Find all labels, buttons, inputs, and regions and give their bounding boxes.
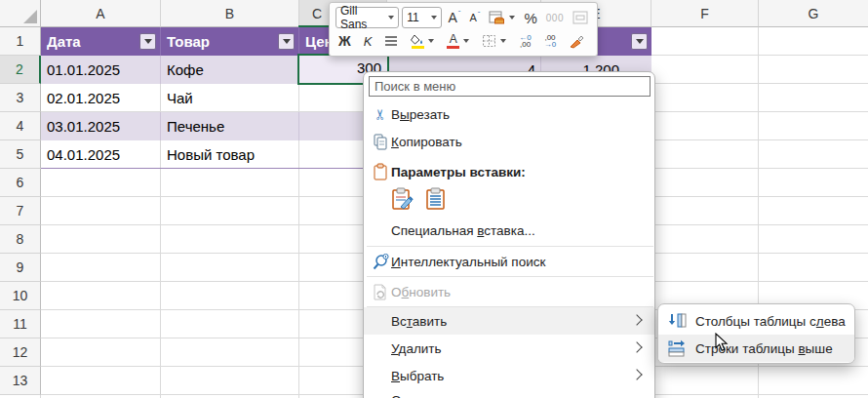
row-header-9[interactable]: 9 [0,254,41,282]
smart-lookup-icon [371,252,390,271]
column-letter: A [96,6,104,21]
cell-b2[interactable]: Кофе [161,56,299,84]
cell-b3[interactable]: Чай [161,84,299,112]
row-header-12[interactable]: 12 [0,338,41,367]
column-letter: F [700,6,709,21]
table-header-product[interactable]: Товар [161,27,299,56]
submenu-item-table-rows-above[interactable]: Строки таблицы выше [658,335,854,362]
cell-a3[interactable]: 02.01.2025 [41,84,161,112]
comma-style-button[interactable]: 000 [543,7,567,28]
row-header-2[interactable]: 2 [0,56,41,84]
menu-item-cut[interactable]: ✂ Вырезать [364,100,654,128]
italic-button[interactable]: K [361,30,375,52]
increase-decimal-button[interactable]: ,00 →0 [541,30,559,52]
cell-value: 01.01.2025 [47,61,120,78]
cell-value: Новый товар [167,146,255,163]
row-header-13[interactable]: 13 [0,367,41,395]
cell-a4[interactable]: 03.01.2025 [41,112,161,140]
row-header-8[interactable]: 8 [0,225,41,254]
filter-button-date[interactable] [139,33,156,50]
table-header-date[interactable]: Дата [41,27,161,56]
row-header-11[interactable]: 11 [0,310,41,338]
cell-b4[interactable]: Печенье [161,112,299,140]
row-number: 13 [13,373,28,388]
format-painter-button[interactable] [566,30,587,52]
row-header-6[interactable]: 6 [0,169,41,197]
paste-keep-formatting-button[interactable] [390,186,414,211]
column-header-f[interactable]: F [651,0,759,27]
font-color-button[interactable]: А [444,30,472,52]
filter-button-col-e[interactable] [631,33,648,50]
row-number: 12 [13,344,28,360]
cell-b5[interactable]: Новый товар [161,140,299,169]
comma-label: 000 [546,13,564,23]
select-all-corner[interactable] [0,0,41,27]
menu-item-insert[interactable]: Вставить [364,307,654,335]
mouse-cursor [715,333,729,352]
merge-center-button[interactable] [570,7,591,28]
refresh-icon [371,282,390,301]
menu-item-delete[interactable]: Удалить [364,335,654,362]
column-header-b[interactable]: B [161,0,299,27]
search-placeholder: Поиск в меню [375,79,455,94]
row-number: 1 [17,33,24,49]
row-number: 11 [13,316,27,332]
font-name-value: Gill Sans [340,4,384,31]
row-header-5[interactable]: 5 [0,140,41,169]
percent-style-button[interactable]: % [521,7,539,28]
borders-button[interactable] [479,30,509,52]
font-size-combo[interactable]: 11 [402,7,442,28]
align-center-button[interactable] [381,30,401,52]
column-header-a[interactable]: A [41,0,161,27]
row-header-4[interactable]: 4 [0,112,41,140]
format-as-table-button[interactable] [486,7,518,28]
cell-value: Чай [167,90,193,106]
shrink-font-letter: A [469,12,476,23]
menu-item-clear-contents[interactable]: Очистить содержимое [364,394,654,398]
grow-font-button[interactable]: Aˆ [445,7,463,28]
row-header-7[interactable]: 7 [0,197,41,225]
menu-item-refresh: Обновить [364,278,654,305]
row-number: 6 [17,175,24,190]
row-number: 9 [17,259,24,275]
font-color-icon: А [447,33,459,49]
menu-item-smart-lookup[interactable]: Интеллектуальный поиск [364,248,654,275]
menu-item-paste-special[interactable]: Специальная вставка... [364,217,654,244]
copy-icon [371,132,390,151]
menu-item-select[interactable]: Выбрать [364,362,654,389]
row-number: 4 [17,118,24,134]
clipboard-icon [371,162,390,181]
cell-value: Кофе [167,61,204,78]
menu-search-input[interactable]: Поиск в меню [369,76,651,97]
row-header-3[interactable]: 3 [0,84,41,112]
decrease-decimal-button[interactable]: ←0 ,00 [516,30,533,52]
increase-decimal-icon: ,00 →0 [544,34,556,48]
row-header-1[interactable]: 1 [0,27,41,56]
row-header-10[interactable]: 10 [0,282,41,310]
paste-values-icon [424,187,448,211]
paste-values-button[interactable] [423,186,448,211]
row-number: 7 [17,203,24,219]
cell-value: 04.01.2025 [47,146,120,163]
cell-value: 03.01.2025 [47,118,120,135]
submenu-arrow-icon [631,341,642,352]
chevron-down-icon [428,39,434,43]
menu-item-copy[interactable]: Копировать [364,128,654,155]
borders-icon [482,34,496,48]
font-name-combo[interactable]: Gill Sans [335,7,399,28]
column-letter: C [312,6,322,21]
bold-button[interactable]: Ж [335,30,354,52]
submenu-arrow-icon [631,314,642,325]
filter-button-product[interactable] [278,33,295,50]
insert-table-row-icon [668,339,687,357]
shrink-font-button[interactable]: Aˇ [466,7,483,28]
scissors-icon: ✂ [371,104,390,124]
cell-a2[interactable]: 01.01.2025 [41,56,161,84]
fill-color-button[interactable] [408,30,437,52]
format-painter-icon [569,33,584,49]
column-header-g[interactable]: G [759,0,868,27]
submenu-item-table-columns-left[interactable]: Столбцы таблицы слева [658,307,854,335]
mini-toolbar: Gill Sans 11 Aˆ Aˇ % 000 [329,2,598,57]
menu-separator [367,246,653,247]
cell-a5[interactable]: 04.01.2025 [41,140,161,169]
